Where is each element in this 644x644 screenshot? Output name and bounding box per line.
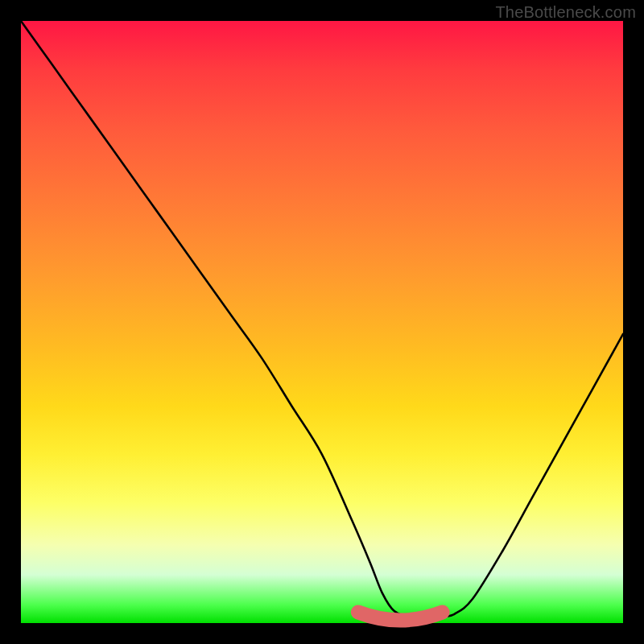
chart-frame: TheBottleneck.com (0, 0, 644, 644)
chart-plot-area (21, 21, 623, 623)
chart-svg (21, 21, 623, 623)
watermark-text: TheBottleneck.com (495, 3, 636, 22)
trough-marker (358, 613, 443, 621)
bottleneck-curve-path (21, 21, 623, 619)
